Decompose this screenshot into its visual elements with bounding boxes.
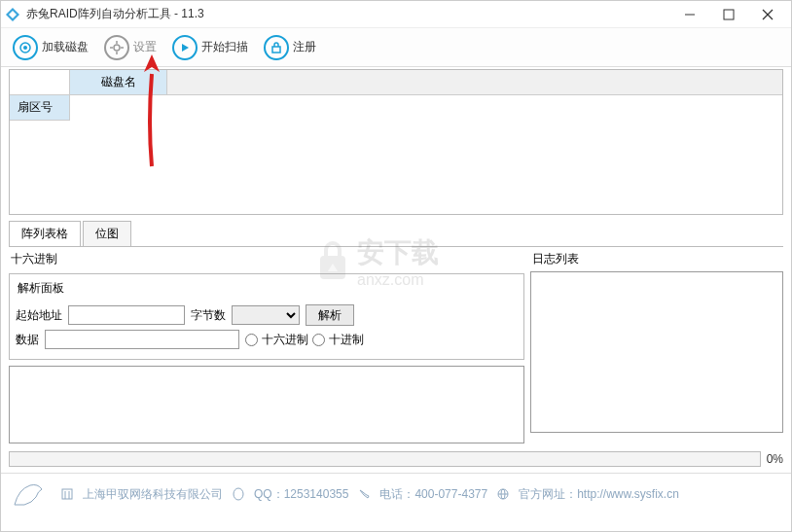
disk-table[interactable]: 磁盘名 扇区号 [9,69,783,215]
svg-rect-15 [62,489,72,499]
load-disk-label: 加载磁盘 [42,39,89,55]
tab-array-grid[interactable]: 阵列表格 [9,221,81,246]
bytes-label: 字节数 [191,307,226,324]
phone-link[interactable]: 400-077-4377 [414,487,487,501]
qq-link[interactable]: 1253140355 [284,487,349,501]
lock-icon [264,35,289,60]
titlebar: 赤兔RAID阵列自动分析工具 - 11.3 [1,1,791,28]
footer: 上海甲驭网络科技有限公司 QQ：1253140355 电话：400-077-43… [1,473,791,514]
maximize-button[interactable] [709,2,748,27]
bytes-select[interactable] [232,305,300,325]
log-title: 日志列表 [530,251,581,267]
close-button[interactable] [748,2,787,27]
hex-title: 十六进制 [9,251,59,267]
gear-icon [104,35,129,60]
globe-icon [495,486,511,502]
content-area: 磁盘名 扇区号 阵列表格 位图 十六进制 解析面板 起始地址 字节数 解析 [1,67,791,445]
radio-hex[interactable] [245,334,258,346]
site-link[interactable]: http://www.sysfix.cn [577,487,679,501]
register-button[interactable]: 注册 [258,33,322,62]
start-addr-input[interactable] [68,305,185,325]
progress-percent: 0% [767,452,783,466]
qq-icon [231,486,246,502]
progress-bar [9,451,761,467]
minimize-button[interactable] [670,2,709,27]
table-corner [10,70,70,94]
register-label: 注册 [293,39,316,55]
phone-label: 电话： [379,487,414,501]
svg-point-8 [114,45,120,51]
parse-title: 解析面板 [16,280,66,297]
data-label: 数据 [16,332,39,348]
svg-point-7 [23,46,27,50]
log-panel: 日志列表 [530,251,783,443]
table-header-row: 磁盘名 [10,70,782,95]
site-label: 官方网址： [519,487,577,501]
start-addr-label: 起始地址 [16,307,62,324]
radio-hex-label: 十六进制 [262,332,308,348]
tab-bitmap[interactable]: 位图 [83,221,131,246]
window-title: 赤兔RAID阵列自动分析工具 - 11.3 [26,6,670,22]
window-controls [670,2,787,27]
svg-marker-13 [182,44,189,52]
parse-panel: 解析面板 起始地址 字节数 解析 数据 十六进制 十进制 [9,273,524,360]
target-icon [13,35,38,60]
lower-panels: 十六进制 解析面板 起始地址 字节数 解析 数据 十六进制 [9,251,783,443]
progress-area: 0% [9,451,783,467]
app-icon [5,7,20,22]
column-diskname[interactable]: 磁盘名 [70,70,167,94]
start-scan-label: 开始扫描 [201,39,248,55]
horse-logo [9,478,52,511]
company-name: 上海甲驭网络科技有限公司 [83,486,223,503]
radio-dec[interactable] [312,334,325,346]
building-icon [59,486,75,502]
toolbar: 加载磁盘 设置 开始扫描 注册 [1,28,791,67]
row-sector[interactable]: 扇区号 [10,95,70,121]
parse-button[interactable]: 解析 [306,304,354,326]
play-icon [172,35,198,60]
settings-button[interactable]: 设置 [98,33,162,62]
load-disk-button[interactable]: 加载磁盘 [7,33,94,62]
phone-icon [356,486,372,502]
settings-label: 设置 [133,39,157,55]
svg-rect-14 [272,47,280,53]
log-list[interactable] [530,271,783,433]
qq-label: QQ： [254,487,284,501]
radio-dec-label: 十进制 [329,332,364,348]
svg-point-18 [234,488,243,500]
start-scan-button[interactable]: 开始扫描 [166,33,254,62]
svg-rect-3 [724,10,734,19]
hex-panel: 十六进制 解析面板 起始地址 字节数 解析 数据 十六进制 [9,251,524,443]
data-input[interactable] [45,330,239,349]
hex-output[interactable] [9,366,524,443]
tabs: 阵列表格 位图 [9,221,783,247]
